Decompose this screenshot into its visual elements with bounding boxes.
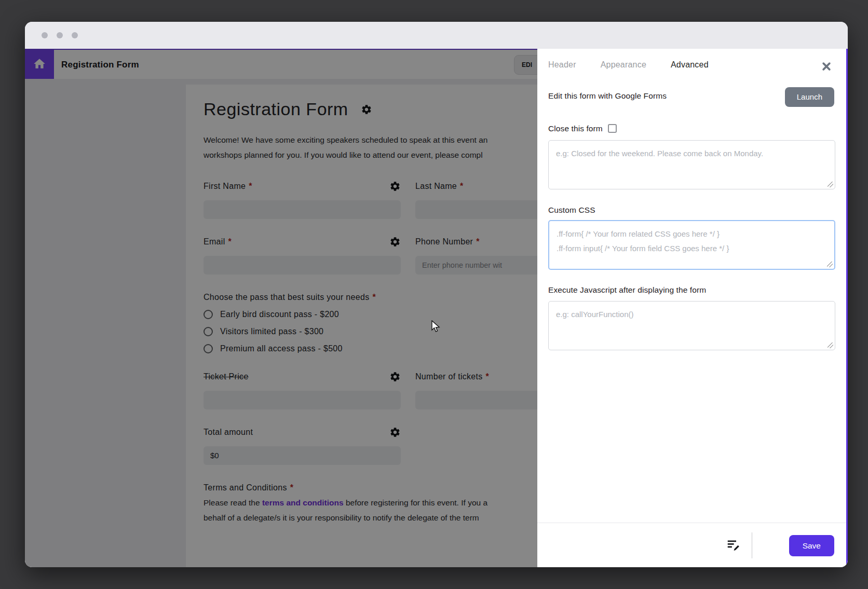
tab-header[interactable]: Header bbox=[548, 60, 576, 70]
close-form-label: Close this form bbox=[548, 124, 617, 133]
custom-css-placeholder-line2: .ff-form input{ /* Your form field CSS g… bbox=[557, 241, 827, 256]
settings-tabs: Header Appearance Advanced bbox=[548, 60, 709, 70]
close-form-message-textarea[interactable]: e.g: Closed for the weekend. Please come… bbox=[548, 140, 835, 189]
form-settings-panel: Header Appearance Advanced Edit this for… bbox=[537, 49, 848, 567]
close-icon[interactable] bbox=[821, 61, 832, 72]
window-dot-icon[interactable] bbox=[42, 32, 48, 38]
notes-edit-icon[interactable] bbox=[726, 537, 741, 552]
footer-vertical-divider bbox=[752, 532, 752, 558]
execute-js-textarea[interactable]: e.g: callYourFunction() bbox=[548, 301, 835, 350]
tab-appearance[interactable]: Appearance bbox=[601, 60, 646, 70]
mouse-cursor bbox=[431, 320, 442, 333]
browser-chrome-bar bbox=[25, 22, 848, 49]
window-control-dots[interactable] bbox=[42, 32, 78, 38]
custom-css-textarea[interactable]: .ff-form{ /* Your form related CSS goes … bbox=[548, 220, 835, 270]
execute-js-placeholder: e.g: callYourFunction() bbox=[556, 307, 828, 322]
footer-divider bbox=[537, 523, 846, 523]
custom-css-placeholder-line1: .ff-form{ /* Your form related CSS goes … bbox=[557, 227, 827, 241]
google-forms-label: Edit this form with Google Forms bbox=[548, 91, 667, 101]
app-area: Registration Form EDI Registration Form … bbox=[25, 49, 848, 567]
window-dot-icon[interactable] bbox=[57, 32, 63, 38]
custom-css-label: Custom CSS bbox=[548, 206, 595, 215]
tab-advanced[interactable]: Advanced bbox=[671, 60, 709, 70]
browser-window: Registration Form EDI Registration Form … bbox=[25, 22, 848, 567]
close-form-checkbox[interactable] bbox=[608, 124, 617, 133]
execute-js-label: Execute Javascript after displaying the … bbox=[548, 285, 706, 295]
close-form-placeholder: e.g: Closed for the weekend. Please come… bbox=[556, 146, 828, 161]
save-button[interactable]: Save bbox=[789, 535, 834, 556]
launch-button[interactable]: Launch bbox=[785, 87, 834, 107]
window-dot-icon[interactable] bbox=[72, 32, 78, 38]
